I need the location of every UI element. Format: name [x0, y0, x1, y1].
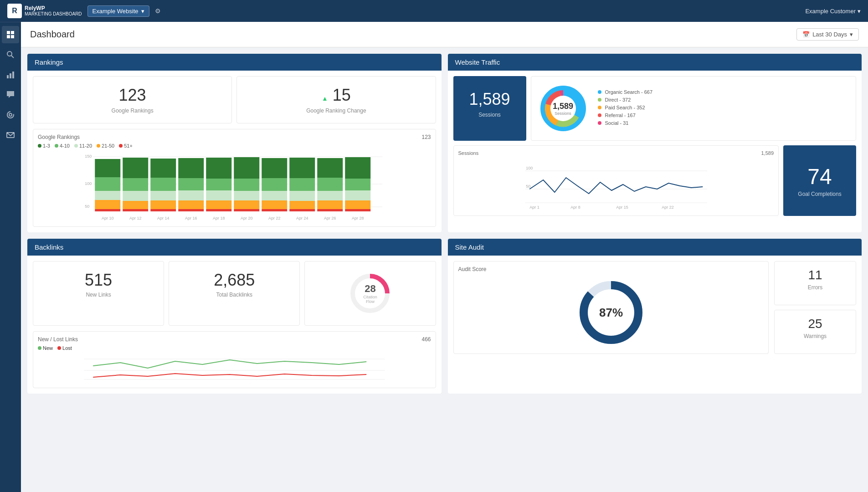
svg-rect-65 [345, 200, 370, 209]
legend-direct: Direct - 372 [598, 97, 653, 102]
legend-social: Social - 31 [598, 120, 653, 126]
svg-rect-52 [289, 158, 315, 178]
audit-donut-wrap: 87% [458, 276, 764, 349]
svg-rect-36 [178, 209, 204, 211]
svg-text:Apr 15: Apr 15 [616, 205, 628, 210]
svg-rect-41 [206, 209, 231, 211]
rankings-panel-header: Rankings [27, 54, 442, 71]
sessions-label: Sessions [462, 112, 517, 118]
warnings-card: 25 Warnings [774, 310, 856, 354]
sidebar-item-search[interactable] [2, 46, 19, 63]
svg-text:50: 50 [85, 204, 89, 209]
rankings-panel: Rankings 123 Google Rankings ▲ 15 [27, 54, 442, 232]
svg-rect-57 [317, 158, 343, 178]
svg-rect-33 [178, 178, 204, 190]
page-title: Dashboard [30, 29, 75, 40]
legend-paid: Paid Search - 352 [598, 105, 653, 110]
svg-rect-45 [234, 200, 259, 209]
line-chart-svg: 100 50 Apr 1 Apr 8 Apr 15 Apr 22 [458, 159, 774, 210]
goal-value: 74 [807, 164, 832, 189]
svg-rect-0 [7, 31, 10, 34]
chart-title: Google Rankings [38, 134, 431, 140]
svg-rect-51 [262, 209, 287, 211]
sidebar-item-mail[interactable] [2, 126, 19, 144]
svg-text:Apr 22: Apr 22 [268, 216, 281, 220]
svg-rect-7 [10, 73, 11, 78]
svg-rect-29 [150, 191, 176, 200]
svg-rect-46 [234, 209, 259, 211]
svg-rect-8 [12, 72, 14, 78]
svg-rect-1 [11, 31, 14, 34]
traffic-panel-header: Website Traffic [448, 54, 862, 71]
sidebar-item-mentions[interactable] [2, 106, 19, 123]
audit-score-panel: Audit Score 87% [453, 261, 769, 354]
svg-rect-37 [206, 158, 231, 179]
donut-label: Sessions [553, 111, 573, 116]
svg-rect-6 [7, 75, 9, 78]
svg-rect-18 [95, 177, 120, 191]
sidebar-item-charts[interactable] [2, 66, 19, 83]
svg-rect-44 [234, 191, 259, 200]
website-selector[interactable]: Example Website ▾ [87, 5, 149, 17]
svg-rect-64 [345, 190, 370, 200]
errors-label: Errors [782, 284, 848, 291]
top-navigation: R RelyWP MARKETING DASHBOARD Example Web… [0, 0, 868, 22]
bar-chart-svg: 150 100 50 [38, 152, 431, 220]
svg-rect-42 [234, 157, 259, 179]
svg-rect-53 [289, 178, 315, 191]
svg-rect-62 [345, 157, 370, 179]
svg-text:50: 50 [526, 184, 530, 189]
svg-text:Apr 20: Apr 20 [241, 216, 253, 220]
total-backlinks-label: Total Backlinks [176, 292, 292, 298]
svg-rect-59 [317, 191, 343, 200]
svg-rect-48 [262, 178, 287, 191]
sidebar-item-chat[interactable] [2, 86, 19, 103]
site-audit-panel: Site Audit Audit Score 87% [448, 239, 862, 394]
svg-rect-20 [95, 200, 120, 209]
date-range-button[interactable]: 📅 Last 30 Days ▾ [796, 28, 859, 41]
svg-text:Apr 28: Apr 28 [352, 216, 364, 220]
svg-text:87%: 87% [599, 306, 623, 319]
citation-label: Citation Flow [359, 295, 381, 304]
donut-chart: 1,589 Sessions [536, 81, 591, 136]
svg-rect-2 [7, 35, 10, 38]
rankings-panel-body: 123 Google Rankings ▲ 15 Google Ranking … [27, 71, 442, 232]
svg-text:150: 150 [85, 154, 92, 159]
audit-score-title: Audit Score [458, 266, 764, 272]
donut-value: 1,589 [553, 102, 573, 111]
citation-flow-card: 28 Citation Flow [304, 261, 436, 326]
settings-icon[interactable]: ⚙ [155, 7, 161, 15]
backlinks-panel: Backlinks 515 New Links 2,685 Total Back… [27, 239, 442, 394]
customer-menu[interactable]: Example Customer ▾ [805, 8, 861, 15]
svg-rect-3 [11, 35, 14, 38]
new-links-card: 515 New Links [33, 261, 164, 326]
donut-legend: Organic Search - 667 Direct - 372 Paid S… [598, 89, 653, 128]
svg-rect-22 [123, 158, 148, 178]
main-content: Dashboard 📅 Last 30 Days ▾ Rankings 123 … [21, 22, 868, 492]
svg-point-9 [9, 113, 12, 116]
new-links-value: 515 [41, 271, 156, 290]
backlinks-panel-header: Backlinks [27, 239, 442, 256]
ranking-change-value: ▲ 15 [244, 86, 428, 105]
traffic-panel-body: 1,589 Sessions [448, 71, 862, 221]
rankings-chart: Google Rankings 123 1-3 4-10 11-20 21-50… [33, 129, 436, 227]
svg-rect-40 [206, 200, 231, 209]
svg-rect-19 [95, 191, 120, 200]
svg-rect-47 [262, 158, 287, 178]
legend-referral: Referral - 167 [598, 113, 653, 118]
sessions-card: 1,589 Sessions [453, 76, 526, 141]
svg-text:Apr 10: Apr 10 [102, 216, 114, 220]
sidebar-item-dashboard[interactable] [2, 26, 19, 43]
svg-rect-23 [123, 178, 148, 191]
svg-rect-50 [262, 200, 287, 209]
svg-text:Apr 1: Apr 1 [529, 205, 539, 210]
newlost-count: 466 [421, 336, 431, 343]
svg-text:Apr 24: Apr 24 [296, 216, 308, 220]
svg-text:Apr 18: Apr 18 [213, 216, 225, 220]
audit-donut-svg: 87% [575, 276, 647, 349]
svg-text:100: 100 [526, 166, 533, 170]
goal-label: Goal Completions [798, 191, 841, 197]
calendar-icon: 📅 [802, 31, 810, 38]
svg-text:Apr 8: Apr 8 [570, 205, 580, 210]
legend-organic: Organic Search - 667 [598, 89, 653, 95]
